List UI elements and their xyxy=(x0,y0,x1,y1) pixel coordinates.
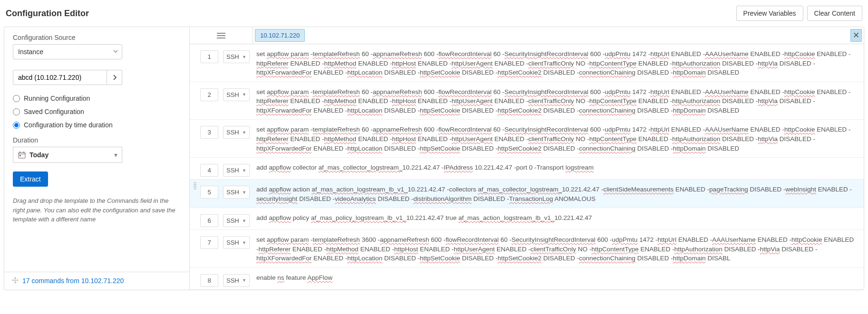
radio-saved-input[interactable] xyxy=(13,108,20,115)
duration-value: Today xyxy=(29,151,49,159)
command-row[interactable]: 4SSH▼add appflow collector af_mas_collec… xyxy=(190,158,864,180)
command-row[interactable]: 1SSH▼set appflow param -templateRefresh … xyxy=(190,44,864,82)
command-number: 4 xyxy=(200,164,218,177)
command-number: 1 xyxy=(200,50,218,63)
command-text[interactable]: add appflow policy af_mas_policy_logstre… xyxy=(256,210,860,225)
command-type-select[interactable]: SSH▼ xyxy=(223,186,250,199)
svg-rect-4 xyxy=(20,155,21,156)
command-number: 5 xyxy=(200,186,218,199)
radio-running-config[interactable]: Running Configuration xyxy=(13,95,181,102)
chevron-right-icon xyxy=(112,74,117,81)
command-type-select[interactable]: SSH▼ xyxy=(223,50,250,63)
command-type-select[interactable]: SSH▼ xyxy=(223,214,250,227)
command-number: 2 xyxy=(200,88,218,101)
command-row[interactable]: 5SSH▼add appflow action af_mas_action_lo… xyxy=(190,180,864,208)
menu-icon[interactable] xyxy=(217,33,225,38)
close-icon: ✕ xyxy=(853,30,859,40)
command-type-select[interactable]: SSH▼ xyxy=(223,126,250,139)
radio-bytime-input[interactable] xyxy=(13,122,20,129)
instance-tab[interactable]: 10.102.71.220 xyxy=(255,29,305,42)
command-text[interactable]: add appflow action af_mas_action_logstre… xyxy=(256,182,860,205)
radio-running-label: Running Configuration xyxy=(24,95,90,102)
command-number: 3 xyxy=(200,126,218,139)
radio-running-input[interactable] xyxy=(13,95,20,102)
commands-panel: 10.102.71.220 ✕ 1SSH▼set appflow param -… xyxy=(190,27,864,290)
command-row[interactable]: 8SSH▼enable ns feature AppFlow xyxy=(190,268,864,290)
calendar-icon xyxy=(18,151,26,159)
command-text[interactable]: add appflow collector af_mas_collector_l… xyxy=(256,160,860,174)
help-text: Drag and drop the template to the Comman… xyxy=(13,196,181,224)
page-title: Configuration Editor xyxy=(6,9,89,19)
command-text[interactable]: set appflow param -templateRefresh 60 -a… xyxy=(256,85,860,117)
command-row[interactable]: 7SSH▼set appflow param -templateRefresh … xyxy=(190,230,864,268)
config-source-select[interactable]: Instance xyxy=(13,44,122,59)
commands-source-link[interactable]: 17 commands from 10.102.71.220 xyxy=(22,277,124,285)
command-text[interactable]: enable ns feature AppFlow xyxy=(256,270,860,285)
duration-select[interactable]: Today xyxy=(13,147,122,163)
drag-handle-icon[interactable] xyxy=(190,182,200,190)
command-row[interactable]: 2SSH▼set appflow param -templateRefresh … xyxy=(190,82,864,120)
instance-input[interactable] xyxy=(13,70,107,85)
config-source-label: Configuration Source xyxy=(13,34,181,41)
command-number: 8 xyxy=(200,274,218,287)
extract-button[interactable]: Extract xyxy=(13,171,48,187)
command-type-select[interactable]: SSH▼ xyxy=(223,164,250,177)
radio-bytime-label: Configuration by time duration xyxy=(24,121,113,129)
command-row[interactable]: 6SSH▼add appflow policy af_mas_policy_lo… xyxy=(190,208,864,230)
command-type-select[interactable]: SSH▼ xyxy=(223,236,250,249)
radio-saved-config[interactable]: Saved Configuration xyxy=(13,108,181,115)
command-number: 7 xyxy=(200,236,218,249)
radio-saved-label: Saved Configuration xyxy=(24,108,84,115)
move-icon xyxy=(12,277,19,285)
instance-go-button[interactable] xyxy=(107,70,122,85)
command-type-select[interactable]: SSH▼ xyxy=(223,274,250,287)
configuration-source-panel: Configuration Source Instance Running Co… xyxy=(4,27,190,290)
command-text[interactable]: set appflow param -templateRefresh 3600 … xyxy=(256,232,860,265)
clear-content-button[interactable]: Clear Content xyxy=(807,6,862,21)
preview-variables-button[interactable]: Preview Variables xyxy=(736,6,803,21)
command-text[interactable]: set appflow param -templateRefresh 60 -a… xyxy=(256,122,860,155)
command-type-select[interactable]: SSH▼ xyxy=(223,88,250,101)
command-text[interactable]: set appflow param -templateRefresh 60 -a… xyxy=(256,47,860,79)
duration-label: Duration xyxy=(13,136,181,144)
command-number: 6 xyxy=(200,214,218,227)
close-tab-button[interactable]: ✕ xyxy=(850,29,862,42)
radio-by-time-config[interactable]: Configuration by time duration xyxy=(13,121,181,129)
command-row[interactable]: 3SSH▼set appflow param -templateRefresh … xyxy=(190,120,864,158)
